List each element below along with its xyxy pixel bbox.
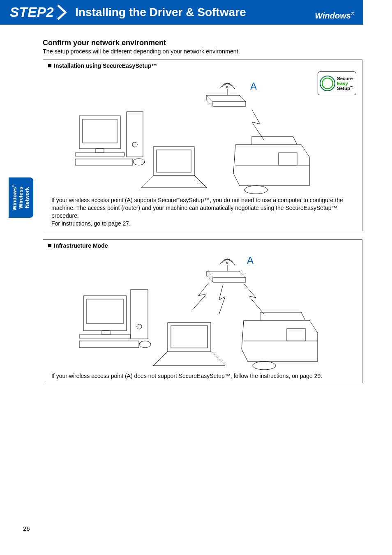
svg-point-24 (139, 341, 151, 348)
svg-rect-5 (83, 119, 117, 143)
diagram-artwork-icon (46, 251, 359, 370)
box-infrastructure-mode: Infrastructure Mode A (43, 240, 362, 384)
svg-rect-15 (287, 329, 305, 341)
diagram-infrastructure: A (46, 251, 359, 370)
page-header: STEP2 Installing the Driver & Software W… (0, 0, 363, 25)
svg-point-11 (133, 159, 145, 165)
diagram-ses: Secure Easy Setup™ A (46, 71, 359, 194)
svg-rect-19 (102, 331, 110, 335)
body-line: If your wireless access point (A) suppor… (51, 196, 354, 204)
svg-point-3 (244, 186, 267, 194)
square-bullet-icon (48, 64, 51, 67)
box-title: Installation using SecureEasySetup™ (54, 62, 157, 69)
section-subtext: The setup process will be different depe… (43, 48, 362, 55)
body-line: For instructions, go to page 27. (51, 220, 354, 228)
svg-rect-25 (171, 326, 208, 348)
box-title-row: Infrastructure Mode (46, 242, 359, 249)
box-title: Infrastructure Mode (54, 242, 108, 249)
side-tab: Windows® Wireless Network (9, 177, 33, 218)
svg-rect-8 (127, 112, 143, 157)
box-body: If your wireless access point (A) does n… (46, 372, 359, 380)
section-heading: Confirm your network environment (43, 39, 362, 47)
chevron-right-icon (57, 5, 69, 20)
body-line: machine. The access point (router) and y… (51, 204, 354, 212)
box-title-row: Installation using SecureEasySetup™ (46, 62, 359, 69)
page-number: 26 (23, 525, 30, 532)
body-line: procedure. (51, 212, 354, 220)
step-label: STEP2 (0, 5, 54, 20)
content-area: Confirm your network environment The set… (0, 25, 392, 383)
svg-rect-6 (96, 149, 104, 153)
square-bullet-icon (48, 244, 51, 247)
svg-rect-2 (279, 153, 297, 165)
svg-rect-7 (75, 153, 125, 156)
diagram-artwork-icon (46, 71, 359, 194)
box-body: If your wireless access point (A) suppor… (46, 196, 359, 228)
page-title: Installing the Driver & Software (75, 6, 246, 19)
svg-rect-21 (131, 290, 148, 339)
svg-rect-4 (79, 116, 120, 149)
box-secure-easy-setup: Installation using SecureEasySetup™ Secu… (43, 60, 362, 231)
svg-point-22 (137, 324, 142, 329)
svg-rect-10 (75, 159, 133, 165)
svg-rect-23 (79, 341, 139, 348)
svg-point-16 (253, 362, 276, 370)
svg-point-13 (226, 262, 228, 264)
svg-rect-18 (87, 299, 123, 324)
svg-rect-20 (79, 335, 131, 338)
svg-point-0 (226, 86, 228, 88)
side-tab-text: Windows® Wireless Network (12, 185, 30, 211)
svg-rect-12 (157, 150, 191, 172)
os-label: Windows® (315, 11, 354, 21)
svg-point-9 (132, 142, 137, 147)
body-line: If your wireless access point (A) does n… (51, 372, 354, 380)
svg-rect-17 (83, 296, 127, 331)
